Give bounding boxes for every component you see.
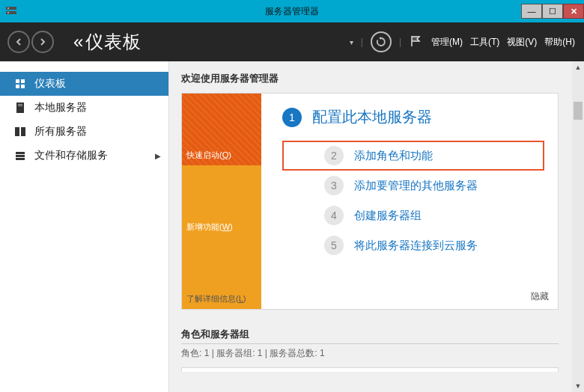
svg-rect-10: [18, 105, 22, 106]
tile-hotkey: W: [222, 222, 230, 231]
tile-label: 快速启动: [186, 150, 219, 159]
titlebar: 服务器管理器 — ☐ ✕: [0, 0, 584, 22]
hide-link[interactable]: 隐藏: [531, 290, 549, 303]
tile-label: 了解详细信息: [186, 294, 236, 303]
chevron-right-icon: ▶: [155, 152, 161, 160]
sidebar-item-label: 仪表板: [34, 77, 66, 91]
step-connect-cloud[interactable]: 5 将此服务器连接到云服务: [282, 230, 547, 260]
svg-rect-5: [21, 79, 25, 83]
minimize-button[interactable]: —: [521, 4, 542, 19]
header-right: ▾ | | 管理(M) 工具(T) 视图(V) 帮助(H): [350, 31, 584, 52]
svg-rect-4: [16, 79, 19, 83]
help-menu[interactable]: 帮助(H): [544, 36, 575, 49]
dashboard-icon: [13, 77, 27, 91]
step-number-5: 5: [324, 236, 344, 255]
welcome-heading: 欢迎使用服务器管理器: [181, 72, 584, 85]
content-area: 欢迎使用服务器管理器 快速启动(Q) 新增功能(W) 了解详细信息(L) 1 配…: [169, 61, 584, 392]
step-number-4: 4: [324, 206, 344, 225]
tile-whatsnew[interactable]: 新增功能(W): [182, 165, 261, 237]
step-number-1: 1: [282, 108, 302, 127]
roles-section: 角色和服务器组 角色: 1 | 服务器组: 1 | 服务器总数: 1: [181, 328, 559, 372]
servers-icon: [13, 125, 27, 138]
svg-rect-15: [16, 158, 25, 160]
roles-tile-placeholder: [181, 367, 559, 372]
scroll-down-icon[interactable]: ▼: [572, 380, 584, 392]
step-label: 将此服务器连接到云服务: [354, 239, 478, 253]
svg-rect-7: [21, 85, 25, 88]
sidebar-item-file-storage[interactable]: 文件和存储服务 ▶: [0, 144, 168, 168]
step-create-group[interactable]: 4 创建服务器组: [282, 200, 547, 230]
view-menu[interactable]: 视图(V): [507, 36, 537, 49]
step-label: 创建服务器组: [354, 209, 422, 223]
step-label: 添加要管理的其他服务器: [354, 179, 478, 193]
sidebar-item-label: 所有服务器: [34, 125, 87, 138]
tile-hotkey: Q: [222, 150, 229, 159]
welcome-tile: 快速启动(Q) 新增功能(W) 了解详细信息(L) 1 配置此本地服务器 2 添…: [181, 93, 559, 310]
svg-rect-2: [7, 8, 9, 9]
sidebar: 仪表板 本地服务器 所有服务器 文件和存储服务 ▶: [0, 61, 169, 392]
app-icon: [1, 1, 21, 21]
tile-sidebar: 快速启动(Q) 新增功能(W) 了解详细信息(L): [182, 94, 261, 309]
tile-learnmore[interactable]: 了解详细信息(L): [182, 237, 261, 309]
refresh-button[interactable]: [371, 31, 392, 52]
window-controls: — ☐ ✕: [521, 4, 584, 19]
scroll-thumb[interactable]: [574, 102, 583, 120]
storage-icon: [13, 149, 27, 162]
sidebar-item-all-servers[interactable]: 所有服务器: [0, 120, 168, 144]
roles-title: 角色和服务器组: [181, 328, 559, 341]
step-number-2: 2: [324, 146, 344, 165]
separator: |: [399, 37, 401, 47]
notifications-flag-icon[interactable]: [409, 34, 424, 49]
tools-menu[interactable]: 工具(T): [470, 36, 499, 49]
page-title: « 仪表板: [73, 30, 142, 54]
tile-main: 1 配置此本地服务器 2 添加角色和功能 3 添加要管理的其他服务器 4 创建服…: [261, 94, 558, 309]
svg-rect-11: [15, 127, 19, 136]
svg-rect-3: [7, 13, 9, 13]
sidebar-item-local-server[interactable]: 本地服务器: [0, 96, 168, 120]
svg-rect-14: [16, 155, 25, 157]
svg-rect-6: [16, 85, 19, 88]
separator: |: [361, 37, 363, 47]
close-button[interactable]: ✕: [563, 4, 584, 19]
maximize-button[interactable]: ☐: [542, 4, 563, 19]
nav-arrows: [7, 31, 54, 53]
step-number-3: 3: [324, 176, 344, 195]
step-add-servers[interactable]: 3 添加要管理的其他服务器: [282, 171, 547, 200]
main: 仪表板 本地服务器 所有服务器 文件和存储服务 ▶ 欢迎使用服务器管理器 快速启…: [0, 61, 584, 392]
title-prefix: «: [73, 31, 84, 52]
back-button[interactable]: [7, 31, 30, 53]
step-configure-local[interactable]: 1 配置此本地服务器: [282, 107, 547, 127]
manage-menu[interactable]: 管理(M): [431, 36, 463, 49]
svg-rect-12: [21, 127, 25, 136]
roles-subtitle: 角色: 1 | 服务器组: 1 | 服务器总数: 1: [181, 347, 559, 360]
app-header: « 仪表板 ▾ | | 管理(M) 工具(T) 视图(V) 帮助(H): [0, 22, 584, 61]
dropdown-caret-icon[interactable]: ▾: [350, 38, 353, 46]
sidebar-item-dashboard[interactable]: 仪表板: [0, 72, 168, 96]
step-add-roles[interactable]: 2 添加角色和功能: [282, 141, 544, 171]
svg-rect-9: [18, 104, 22, 105]
tile-hotkey: L: [239, 294, 243, 303]
divider: [181, 343, 559, 344]
sidebar-item-label: 本地服务器: [34, 101, 87, 114]
sidebar-item-label: 文件和存储服务: [34, 149, 108, 162]
step-label: 添加角色和功能: [354, 149, 433, 163]
scrollbar-vertical[interactable]: ▲ ▼: [572, 61, 584, 392]
forward-button[interactable]: [31, 31, 54, 53]
tile-quickstart[interactable]: 快速启动(Q): [182, 94, 261, 165]
window-title: 服务器管理器: [265, 5, 319, 18]
svg-rect-13: [16, 152, 25, 154]
title-text: 仪表板: [85, 30, 142, 54]
step-label: 配置此本地服务器: [312, 107, 432, 127]
scroll-up-icon[interactable]: ▲: [572, 61, 584, 73]
tile-label: 新增功能: [186, 222, 219, 231]
server-icon: [13, 101, 27, 114]
